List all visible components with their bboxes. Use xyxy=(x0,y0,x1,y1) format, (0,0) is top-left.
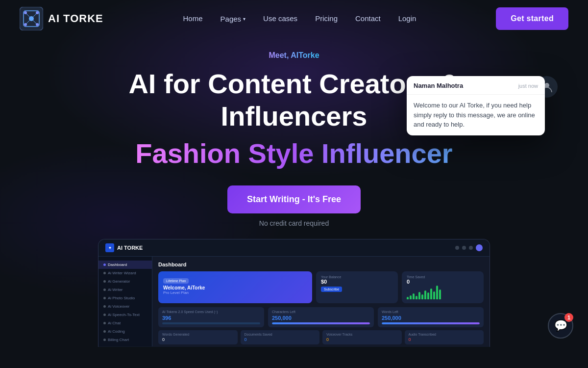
sidebar-item-dashboard[interactable]: Dashboard xyxy=(98,261,152,269)
chart-bar xyxy=(407,297,409,299)
chat-popup: Naman Malhotra just now Welcome to our A… xyxy=(407,76,545,135)
time-saved-value: 0 xyxy=(407,279,479,285)
balance-value: $0 xyxy=(321,279,393,285)
sidebar-item-coding[interactable]: Ai Coding xyxy=(98,327,152,336)
chat-popup-header: Naman Malhotra just now xyxy=(407,76,545,95)
mini-chart xyxy=(407,285,479,299)
db-dot-3 xyxy=(469,246,473,250)
cta-start-writing-button[interactable]: Start Writing - It's Free xyxy=(227,185,361,213)
balance-label: Your Balance xyxy=(321,275,393,279)
sidebar-item-photo-studio[interactable]: Ai Photo Studio xyxy=(98,294,152,302)
chart-bar xyxy=(424,290,426,299)
chevron-down-icon: ▾ xyxy=(243,16,245,22)
sidebar-item-writer-wizard[interactable]: Ai Writer Wizard xyxy=(98,269,152,277)
dashboard-topbar: ✦ AI TORKE xyxy=(98,239,490,257)
sidebar-item-billing[interactable]: Billing Chart xyxy=(98,336,152,344)
balance-action[interactable]: Subscribe xyxy=(321,287,342,292)
sidebar-item-writer[interactable]: Ai Writer xyxy=(98,286,152,294)
logo[interactable]: AI TORKE xyxy=(20,7,103,30)
chat-sender-name: Naman Malhotra xyxy=(414,82,463,89)
chart-bar xyxy=(436,286,438,299)
documents-saved-card: Documents Saved 0 xyxy=(241,330,320,344)
dashboard-main: Dashboard Lifetime Plan Welcome, AiTorke… xyxy=(152,257,490,346)
chart-bar xyxy=(413,293,415,299)
navbar: AI TORKE Home Pages ▾ Use cases Pricing … xyxy=(0,0,588,37)
nav-links: Home Pages ▾ Use cases Pricing Contact L… xyxy=(183,14,416,23)
db-settings-icon xyxy=(476,244,483,251)
nav-pages[interactable]: Pages ▾ xyxy=(220,15,246,23)
time-saved-card: Time Saved 0 xyxy=(402,271,484,303)
chat-bubble-icon: 💬 xyxy=(554,319,567,332)
nav-home[interactable]: Home xyxy=(183,14,203,23)
dashboard-logo: ✦ AI TORKE xyxy=(105,243,143,252)
nav-contact[interactable]: Contact xyxy=(355,14,381,23)
hero-section: Meet, AITorke AI for Content Creators & … xyxy=(0,37,588,239)
chart-bar xyxy=(421,294,423,299)
db-dot-1 xyxy=(455,246,459,250)
chart-bar xyxy=(418,292,420,299)
voiceover-tracks-card: Voiceover Tracks 0 xyxy=(322,330,402,344)
db-dot-2 xyxy=(462,246,466,250)
chart-bar xyxy=(410,295,412,299)
hero-gradient-subtitle: Fashion Style Influencer xyxy=(135,137,452,170)
plan-badge: Lifetime Plan xyxy=(163,278,189,284)
sidebar-item-speech-to-text[interactable]: Ai Speech-To-Text xyxy=(98,311,152,319)
dashboard-preview: ✦ AI TORKE Dashboard Ai Writer Wizard Ai… xyxy=(98,239,490,347)
chat-widget-button[interactable]: 1 💬 xyxy=(548,313,573,339)
words-left-bar xyxy=(382,322,480,324)
images-created-card: Audio Transcribed 0 xyxy=(405,330,484,344)
dashboard-title: Dashboard xyxy=(158,262,484,267)
plan-label: Pro Level Plan xyxy=(163,290,307,295)
time-saved-label: Time Saved xyxy=(407,275,479,279)
logo-text: AI TORKE xyxy=(48,12,103,25)
bottom-row: Words Generated 0 Documents Saved 0 Voic… xyxy=(158,330,484,344)
chat-message-text: Welcome to our AI Torke, if you need hel… xyxy=(414,101,538,130)
nav-login[interactable]: Login xyxy=(398,14,416,23)
dashboard-topbar-right xyxy=(455,244,483,251)
chart-bar xyxy=(439,289,441,299)
sidebar-item-voiceover[interactable]: Ai Voiceover xyxy=(98,302,152,311)
dashboard-welcome-card: Lifetime Plan Welcome, AiTorke Pro Level… xyxy=(158,271,312,303)
balance-card: Your Balance $0 Subscribe xyxy=(316,271,398,303)
dashboard-layout: Dashboard Ai Writer Wizard Ai Generator … xyxy=(98,257,490,346)
chat-time: just now xyxy=(518,83,538,89)
chart-bar xyxy=(427,292,429,299)
chat-popup-body: Welcome to our AI Torke, if you need hel… xyxy=(407,95,545,135)
dashboard-cards: Lifetime Plan Welcome, AiTorke Pro Level… xyxy=(158,271,484,303)
nav-pricing[interactable]: Pricing xyxy=(315,14,338,23)
dashboard-sidebar: Dashboard Ai Writer Wizard Ai Generator … xyxy=(98,257,152,346)
sidebar-item-generator[interactable]: Ai Generator xyxy=(98,277,152,286)
chars-used-card: AI Tokens 2.0 Speed Cores Used (↑) 396 xyxy=(158,307,264,327)
nav-use-cases[interactable]: Use cases xyxy=(263,14,297,23)
chart-bar xyxy=(430,289,432,299)
dashboard-logo-icon: ✦ xyxy=(105,243,114,252)
sidebar-item-chat[interactable]: Ai Chat xyxy=(98,319,152,327)
meet-label: Meet, AITorke xyxy=(269,51,319,60)
words-left-card: Words Left 250,000 xyxy=(378,307,484,327)
chat-widget[interactable]: 1 💬 xyxy=(548,313,573,339)
chart-bar xyxy=(416,296,417,299)
words-generated-card: Words Generated 0 xyxy=(158,330,238,344)
chat-badge: 1 xyxy=(564,313,573,322)
welcome-name: Welcome, AiTorke xyxy=(163,285,307,290)
get-started-button[interactable]: Get started xyxy=(496,7,568,30)
chart-bar xyxy=(433,291,435,299)
no-credit-text: No credit card required xyxy=(259,219,329,227)
chars-left-card: Characters Left 250,000 xyxy=(268,307,374,327)
chars-left-bar xyxy=(272,322,370,324)
progress-row: AI Tokens 2.0 Speed Cores Used (↑) 396 C… xyxy=(158,307,484,327)
